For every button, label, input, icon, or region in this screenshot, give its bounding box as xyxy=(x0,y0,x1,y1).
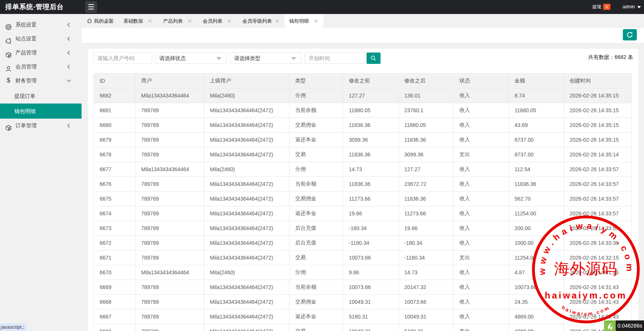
svg-text:haiwaiym.com: haiwaiym.com xyxy=(545,290,627,300)
svg-text:haiwaiym.com: haiwaiym.com xyxy=(561,305,611,317)
svg-text:海外源码: 海外源码 xyxy=(554,260,618,277)
